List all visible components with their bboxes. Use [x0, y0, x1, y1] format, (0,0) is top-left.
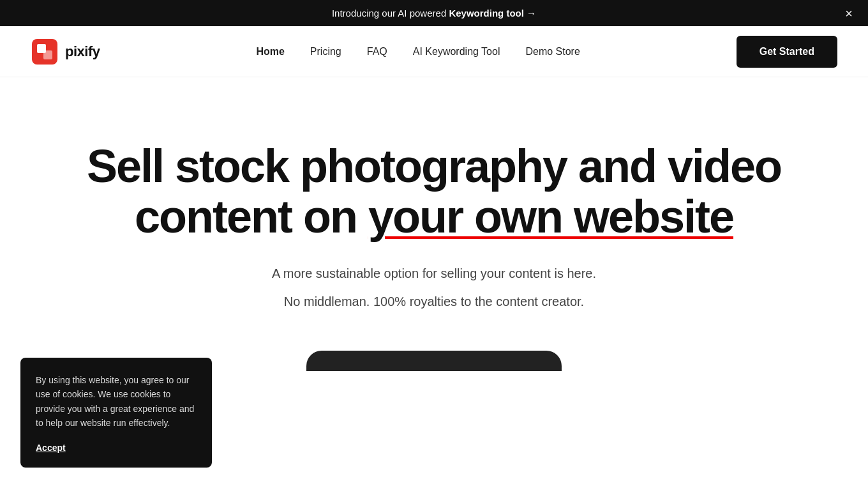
hero-subtext-2: No middleman. 100% royalties to the cont…: [31, 291, 837, 312]
announcement-text: Introducing our AI powered Keywording to…: [332, 8, 536, 19]
preview-bar: [306, 351, 562, 371]
hero-heading: Sell stock photography and video content…: [31, 141, 837, 242]
main-nav: Home Pricing FAQ AI Keywording Tool Demo…: [256, 46, 580, 57]
nav-link-pricing[interactable]: Pricing: [310, 46, 341, 57]
cookie-accept-button[interactable]: Accept: [36, 443, 66, 453]
announcement-link[interactable]: Keywording tool →: [449, 8, 536, 19]
get-started-button[interactable]: Get Started: [737, 36, 837, 68]
nav-link-faq[interactable]: FAQ: [367, 46, 387, 57]
hero-heading-underline: your own website: [368, 191, 733, 242]
cookie-banner: By using this website, you agree to our …: [20, 358, 212, 468]
hero-subtext-1: A more sustainable option for selling yo…: [31, 263, 837, 284]
header: pixify Home Pricing FAQ AI Keywording To…: [0, 26, 868, 77]
announcement-close-button[interactable]: ×: [845, 7, 853, 20]
cookie-text: By using this website, you agree to our …: [36, 373, 197, 431]
logo-icon: [31, 38, 59, 66]
svg-rect-2: [43, 50, 52, 59]
logo[interactable]: pixify: [31, 38, 100, 66]
nav-link-ai-keywording[interactable]: AI Keywording Tool: [413, 46, 500, 57]
nav-link-home[interactable]: Home: [256, 46, 284, 57]
logo-wordmark: pixify: [65, 43, 100, 60]
nav-link-demo-store[interactable]: Demo Store: [525, 46, 580, 57]
announcement-bar: Introducing our AI powered Keywording to…: [0, 0, 868, 26]
